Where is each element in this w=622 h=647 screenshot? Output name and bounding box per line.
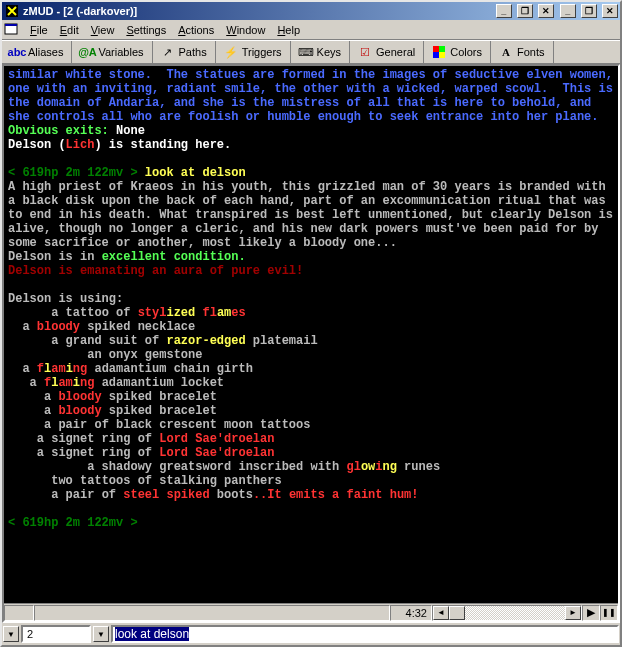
status-time: 4:32: [390, 605, 432, 621]
toolbar-keys[interactable]: ⌨Keys: [291, 41, 350, 63]
mdi-minimize-button[interactable]: _: [496, 4, 512, 18]
toolbar-triggers[interactable]: ⚡Triggers: [216, 41, 291, 63]
pause-button[interactable]: ❚❚: [600, 605, 618, 621]
menu-help[interactable]: Help: [271, 22, 306, 38]
maximize-button[interactable]: ❐: [581, 4, 597, 18]
svg-rect-4: [439, 46, 445, 52]
menu-window[interactable]: Window: [220, 22, 271, 38]
svg-rect-5: [433, 52, 439, 58]
general-icon: ☑: [358, 45, 372, 59]
toolbar-aliases[interactable]: abcAliases: [2, 41, 72, 63]
play-button[interactable]: ▶: [582, 605, 600, 621]
menu-actions[interactable]: Actions: [172, 22, 220, 38]
app-window: zMUD - [2 (-darkover)] _ ❐ ✕ _ ❐ ✕ File …: [0, 0, 622, 647]
keys-icon: ⌨: [299, 45, 313, 59]
menubar: File Edit View Settings Actions Window H…: [2, 20, 620, 40]
triggers-icon: ⚡: [224, 45, 238, 59]
status-cell-1: [4, 605, 34, 621]
mdi-close-button[interactable]: ✕: [538, 4, 554, 18]
minimize-button[interactable]: _: [560, 4, 576, 18]
menu-edit[interactable]: Edit: [54, 22, 85, 38]
paths-icon: ↗: [161, 45, 175, 59]
titlebar: zMUD - [2 (-darkover)] _ ❐ ✕ _ ❐ ✕: [2, 2, 620, 20]
menu-file[interactable]: File: [24, 22, 54, 38]
scroll-track[interactable]: [465, 606, 565, 620]
input-bar: ▼ 2 ▼ look at delson: [2, 623, 620, 645]
session-number-field[interactable]: 2: [21, 625, 91, 643]
mdi-system-icon[interactable]: [4, 22, 20, 38]
aliases-icon: abc: [10, 45, 24, 59]
svg-rect-6: [439, 52, 445, 58]
close-button[interactable]: ✕: [602, 4, 618, 18]
toolbar-paths[interactable]: ↗Paths: [153, 41, 216, 63]
svg-rect-3: [433, 46, 439, 52]
command-input-text: look at delson: [115, 627, 189, 641]
toolbar: abcAliases @AVariables ↗Paths ⚡Triggers …: [2, 40, 620, 64]
horizontal-scrollbar[interactable]: ◄ ►: [432, 605, 582, 621]
colors-icon: [432, 45, 446, 59]
app-icon: [4, 3, 20, 19]
toolbar-fonts[interactable]: AFonts: [491, 41, 554, 63]
toolbar-general[interactable]: ☑General: [350, 41, 424, 63]
window-title: zMUD - [2 (-darkover)]: [23, 5, 494, 17]
svg-rect-2: [5, 24, 17, 26]
scroll-thumb[interactable]: [449, 606, 465, 620]
mdi-maximize-button[interactable]: ❐: [517, 4, 533, 18]
variables-icon: @A: [80, 45, 94, 59]
input-dropdown-button[interactable]: ▼: [3, 626, 19, 642]
history-dropdown-button[interactable]: ▼: [93, 626, 109, 642]
status-cell-main: [34, 605, 390, 621]
menu-view[interactable]: View: [85, 22, 121, 38]
menu-settings[interactable]: Settings: [120, 22, 172, 38]
toolbar-colors[interactable]: Colors: [424, 41, 491, 63]
window-buttons: _ ❐ ✕: [558, 4, 618, 18]
terminal-output: similar white stone. The statues are for…: [4, 66, 618, 603]
terminal-container: similar white stone. The statues are for…: [2, 64, 620, 623]
scroll-right-button[interactable]: ►: [565, 606, 581, 620]
fonts-icon: A: [499, 45, 513, 59]
scroll-left-button[interactable]: ◄: [433, 606, 449, 620]
command-input[interactable]: look at delson: [111, 625, 619, 643]
toolbar-variables[interactable]: @AVariables: [72, 41, 152, 63]
window-buttons-mdi: _ ❐ ✕: [494, 4, 554, 18]
statusbar: 4:32 ◄ ► ▶ ❚❚: [4, 603, 618, 621]
